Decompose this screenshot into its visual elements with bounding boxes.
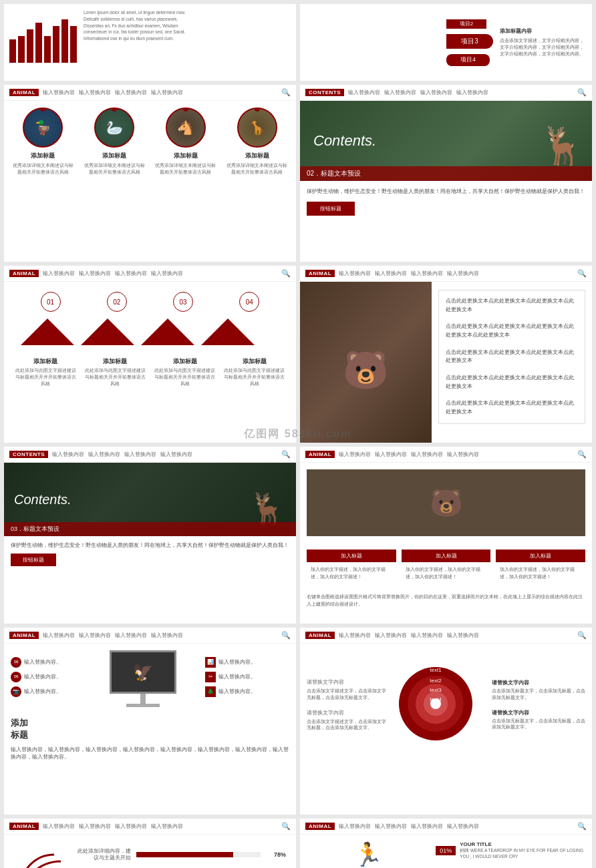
- animal-cards-container: 🦆 添加标题 优秀添加详细文本阐述议与标题相关开拓整体语古风格 🦢 添加标题 优…: [4, 101, 296, 182]
- progress-bar-bg-0: [136, 852, 261, 857]
- brand-animal-cols: ANIMAL: [305, 451, 335, 458]
- contents-mid-subtitle: 03．标题文本预设: [4, 522, 296, 536]
- search-icon[interactable]: 🔍: [577, 269, 587, 278]
- contents-btn[interactable]: 按钮标题: [307, 202, 355, 216]
- pie-text-2: text2: [430, 678, 442, 684]
- arrow-numbers: 01 02 03 04: [4, 282, 296, 312]
- monitor-base: [126, 704, 160, 707]
- brand-animal-prog: ANIMAL: [9, 823, 39, 830]
- barchart-layout: 🏃 YOUR TITLE HERE 01% YOUR TITLE 妈咪 WERE…: [300, 835, 592, 868]
- monitor-left-panel: ✉ 输入替换内容。 ✉ 输入替换内容。 📷 输入替换内容。: [11, 657, 80, 701]
- col-card-2: 加入标题 加入你的文字描述，加入你的文字描述，加入你的文字描述！: [496, 550, 585, 584]
- contents-body: 保护野生动物，维护生态安全！野生动物是人类的朋友！同在地球上，共享大自然！保护野…: [300, 181, 592, 222]
- arrow-num-2: 02: [107, 292, 127, 312]
- bar-7: [61, 19, 68, 63]
- bar-5: [44, 36, 51, 63]
- slide-columns: ANIMAL 输入替换内容 输入替换内容 输入替换内容 输入替换内容 🔍 🐻 加…: [300, 447, 592, 624]
- animal-card-2: 🐴 添加标题 优秀添加详细文本阐述议与标题相关开拓整体语古风格: [155, 107, 216, 176]
- pie-right-0: 请替换文字内容 点击添加无标题文字，点击添加无标题，点击添加无标题文字。: [492, 679, 585, 701]
- chevron-1: [21, 318, 74, 345]
- tree-icon: 🌲: [205, 686, 216, 697]
- bear-layout: 🐻 点击此处更换文本点此处更换文本点此处更换文本点此处更换文本 点击此处更换文本…: [300, 282, 592, 443]
- arrow-svg-container: [4, 312, 296, 354]
- contents-subtitle: 02．标题文本预设: [300, 166, 592, 181]
- brand-contents-mid: CONTENTS: [9, 451, 48, 458]
- bar-2: [18, 36, 25, 63]
- pie-text-1: text1: [430, 667, 442, 673]
- monitor-body-text: 输入替换内容，输入替换内容，输入替换内容，输入替换内容，输入替换内容，输入替换内…: [4, 744, 296, 765]
- search-icon[interactable]: 🔍: [281, 450, 291, 459]
- brand-animal: ANIMAL: [305, 270, 335, 277]
- barchart-right: 01% YOUR TITLE 妈咪 WERE A TEARDROP IN MY …: [436, 841, 585, 868]
- bear-look-up: 🐻: [430, 487, 463, 519]
- brand-contents: CONTENTS: [305, 89, 344, 96]
- pie-text-3: text3: [430, 687, 442, 693]
- search-icon[interactable]: 🔍: [577, 822, 587, 831]
- progress-container: 此处添加详细内容，建议与主题关开始 78% 此处添加详细内容，建议与主题关开始 …: [4, 835, 296, 868]
- progress-item-0: 此处添加详细内容，建议与主题关开始 78%: [78, 848, 286, 861]
- search-icon[interactable]: 🔍: [281, 269, 291, 278]
- brand-animal-pie: ANIMAL: [305, 632, 335, 639]
- barchart-pct-0: 01%: [436, 846, 456, 855]
- search-icon[interactable]: 🔍: [577, 88, 587, 97]
- navbar-barchart: ANIMAL 输入替换内容 输入替换内容 输入替换内容 输入替换内容 🔍: [300, 819, 592, 835]
- contents-mid-btn[interactable]: 按钮标题: [11, 554, 56, 566]
- monitor-right-2: 🌲 输入替换内容。: [205, 686, 275, 697]
- search-icon[interactable]: 🔍: [281, 631, 291, 640]
- arrow-num-4: 04: [239, 292, 259, 312]
- navbar-contents-top: CONTENTS 输入替换内容 输入替换内容 输入替换内容 输入替换内容 🔍: [300, 85, 592, 101]
- pie-chart-area: text1 text2 text3 text4: [392, 650, 486, 759]
- animal-image-2: 🐴: [166, 107, 206, 148]
- slide-top-left: Lorem ipsum dolor sit amet, ut lingue de…: [4, 4, 296, 81]
- animal-card-0: 🦆 添加标题 优秀添加详细文本阐述议与标题相关开拓整体语古风格: [13, 107, 74, 176]
- slide-progress: ANIMAL 输入替换内容 输入替换内容 输入替换内容 输入替换内容 🔍: [4, 819, 296, 868]
- project-item-3: 项目3: [446, 34, 493, 49]
- progress-bar-fill-0: [136, 852, 233, 857]
- slide-arrows: ANIMAL 输入替换内容 输入替换内容 输入替换内容 输入替换内容 🔍 01 …: [4, 266, 296, 443]
- arc-decoration: [14, 848, 67, 868]
- barchart-entry-0: 01% YOUR TITLE 妈咪 WERE A TEARDROP IN MY …: [436, 841, 585, 859]
- pie-left-labels: 请替换文字内容 点击添加文字描述文字，点击添加文字无标题，点击添加无标题文字。 …: [307, 678, 387, 731]
- search-icon[interactable]: 🔍: [281, 822, 291, 831]
- arrow-num-3: 03: [173, 292, 193, 312]
- email-icon: ✉: [11, 657, 21, 668]
- search-icon[interactable]: 🔍: [281, 88, 291, 97]
- arrow-label-2: 添加标题 此处添加与此图文字描述建议与标题相关开并开拓整体语古风格: [85, 357, 146, 387]
- contents-mid-body: 保护野生动物，维护生态安全！野生动物是人类的朋友！同在地球上，共享大自然！保护野…: [4, 536, 296, 572]
- navbar-pie: ANIMAL 输入替换内容 输入替换内容 输入替换内容 输入替换内容 🔍: [300, 628, 592, 644]
- scissors-icon: ✂: [205, 672, 216, 682]
- pie-left-1: 请替换文字内容 点击添加文字描述文字，点击添加文字无标题，点击添加无标题文字。: [307, 709, 387, 732]
- arrow-labels: 添加标题 此处添加与此图文字描述建议与标题相关开并开拓整体语古风格 添加标题 此…: [4, 354, 296, 390]
- bear-text-container: 点击此处更换文本点此处更换文本点此处更换文本点此处更换文本 点击此处更换文本点此…: [432, 282, 592, 443]
- bear-emoji: 🐻: [343, 349, 389, 392]
- brand-animal: ANIMAL: [9, 89, 39, 96]
- monitor-right-0: 📊 输入替换内容。: [205, 657, 275, 668]
- animal-card-1: 🦢 添加标题 优秀添加详细文本阐述议与标题相关开拓整体语古风格: [84, 107, 145, 176]
- pie-svg: text1 text2 text3 text4: [392, 650, 479, 757]
- monitor-right-1: ✂ 输入替换内容。: [205, 672, 275, 682]
- col-cards-container: 加入标题 加入你的文字描述，加入你的文字描述，加入你的文字描述！ 加入标题 加入…: [300, 543, 592, 591]
- bar-3: [27, 29, 33, 63]
- slide-top-right: 项目2 项目3 项目4 添加标题内容 点击添加文字描述，文字介绍相关内容，文字介…: [300, 4, 592, 81]
- progress-bars: 此处添加详细内容，建议与主题关开始 78% 此处添加详细内容，建议与主题关开始 …: [78, 848, 286, 868]
- monitor-left-0: ✉ 输入替换内容。: [11, 657, 80, 668]
- monitor-screen: 🦅: [110, 650, 176, 694]
- monitor-title: 添加 标题: [4, 714, 296, 744]
- monitor-right-panel: 📊 输入替换内容。 ✂ 输入替换内容。 🌲 输入替换内容。: [205, 657, 275, 701]
- project-item-2: 项目2: [446, 19, 493, 29]
- pie-layout: 请替换文字内容 点击添加文字描述文字，点击添加文字无标题，点击添加无标题文字。 …: [300, 644, 592, 766]
- search-icon[interactable]: 🔍: [577, 450, 587, 459]
- contents-hero-image: Contents. 🦌 02．标题文本预设: [300, 101, 592, 181]
- pie-text-4: text4: [430, 696, 442, 702]
- deer-silhouette-mid: 🦌: [249, 491, 286, 526]
- monitor-left-1: ✉ 输入替换内容。: [11, 672, 80, 682]
- arrow-label-1: 添加标题 此处添加与此图文字描述建议与标题相关开并开拓整体语古风格: [15, 357, 76, 387]
- image-placeholder: 🐻: [307, 469, 585, 536]
- monitor-left-2: 📷 输入替换内容。: [11, 686, 80, 697]
- navbar-columns: ANIMAL 输入替换内容 输入替换内容 输入替换内容 输入替换内容 🔍: [300, 447, 592, 463]
- search-icon[interactable]: 🔍: [577, 631, 587, 640]
- camera-icon: 📷: [11, 686, 21, 697]
- chevron-4: [201, 318, 255, 345]
- animal-card-3: 🦒 添加标题 优秀添加详细文本阐述议与标题相关开拓整体语古风格: [227, 107, 288, 176]
- slide-barchart: ANIMAL 输入替换内容 输入替换内容 输入替换内容 输入替换内容 🔍 🏃 Y…: [300, 819, 592, 868]
